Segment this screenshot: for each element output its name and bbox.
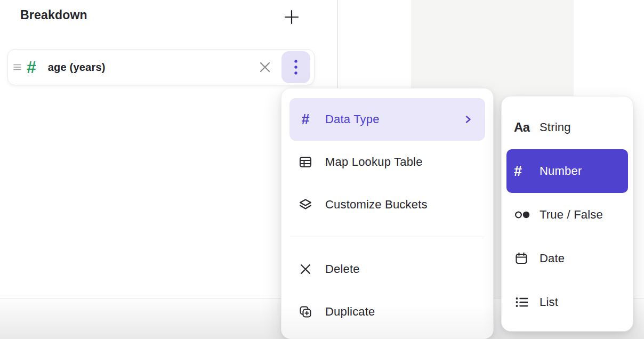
field-more-options-button[interactable] <box>281 51 310 83</box>
menu-item-label: Data Type <box>325 112 380 126</box>
chevron-right-icon <box>463 114 473 125</box>
menu-item-label: Map Lookup Table <box>325 155 423 169</box>
submenu-item-label: String <box>540 120 571 134</box>
boolean-circles-icon <box>514 207 533 222</box>
menu-item-customize-buckets[interactable]: Customize Buckets <box>289 183 485 226</box>
number-hash-icon: # <box>27 59 36 76</box>
ellipsis-vertical-icon <box>294 59 298 76</box>
submenu-item-true-false[interactable]: True / False <box>506 193 628 237</box>
menu-item-delete[interactable]: Delete <box>289 248 485 290</box>
x-icon <box>297 262 313 276</box>
menu-divider <box>290 237 485 237</box>
menu-item-label: Delete <box>325 262 360 276</box>
menu-item-label: Customize Buckets <box>325 198 428 212</box>
data-type-submenu: Aa String # Number True / False <box>501 96 633 332</box>
add-breakdown-button[interactable] <box>281 6 302 28</box>
field-label: age (years) <box>48 61 106 74</box>
remove-field-button[interactable] <box>257 59 273 75</box>
menu-item-label: Duplicate <box>325 305 375 319</box>
submenu-item-label: List <box>540 295 558 309</box>
breakdown-section-title: Breakdown <box>20 8 87 22</box>
calendar-icon <box>514 251 533 266</box>
plus-icon <box>284 9 300 25</box>
app-canvas: Breakdown # age (years) <box>0 0 644 339</box>
field-context-menu: # Data Type Map Lookup Table <box>281 88 494 339</box>
duplicate-icon <box>297 304 313 319</box>
submenu-item-list[interactable]: List <box>506 280 628 324</box>
string-aa-icon: Aa <box>514 120 533 135</box>
hash-icon: # <box>297 112 313 127</box>
menu-item-duplicate[interactable]: Duplicate <box>289 290 485 333</box>
list-icon <box>514 295 533 310</box>
submenu-item-string[interactable]: Aa String <box>506 106 628 149</box>
submenu-item-label: True / False <box>540 208 603 222</box>
drag-handle-icon[interactable] <box>13 62 21 72</box>
hash-icon: # <box>514 164 533 179</box>
table-icon <box>297 155 313 170</box>
submenu-item-number[interactable]: # Number <box>506 149 628 193</box>
submenu-item-date[interactable]: Date <box>506 237 628 280</box>
layers-icon <box>297 197 313 212</box>
close-icon <box>258 60 272 74</box>
submenu-item-label: Date <box>540 252 565 265</box>
menu-item-data-type[interactable]: # Data Type <box>289 98 485 141</box>
menu-item-map-lookup-table[interactable]: Map Lookup Table <box>289 141 485 183</box>
submenu-item-label: Number <box>540 164 582 178</box>
breakdown-field-card[interactable]: # age (years) <box>7 49 315 85</box>
